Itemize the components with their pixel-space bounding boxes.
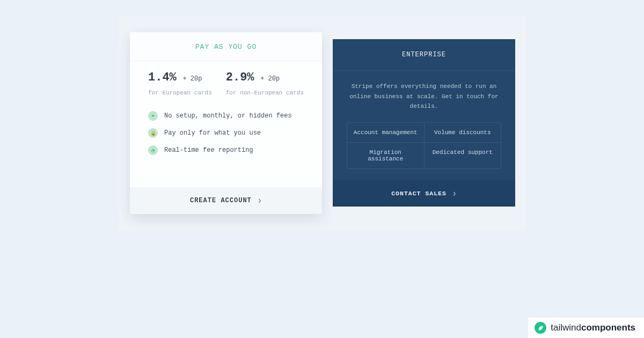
payg-prices: 1.4% + 20p for European cards 2.9% + 20p… <box>148 71 304 96</box>
grid-row: Migration assistance Dedicated support <box>347 142 501 168</box>
feature-item: 🔒 Pay only for what you use <box>148 128 304 138</box>
feature-label: Real-time fee reporting <box>164 146 253 154</box>
feature-label: No setup, monthly, or hidden fees <box>164 112 292 120</box>
grid-row: Account management Volume discounts <box>347 123 501 142</box>
grid-cell: Volume discounts <box>424 123 501 142</box>
enterprise-feature-grid: Account management Volume discounts Migr… <box>347 122 501 169</box>
pay-as-you-go-card: PAY AS YOU GO 1.4% + 20p for European ca… <box>130 32 322 214</box>
chevron-right-icon: ❯ <box>453 191 457 197</box>
feature-label: Pay only for what you use <box>164 129 261 137</box>
feature-item: ☂ No setup, monthly, or hidden fees <box>148 111 304 121</box>
pricing-stage: PAY AS YOU GO 1.4% + 20p for European ca… <box>118 16 526 231</box>
brand-word-1: tailwind <box>551 322 581 333</box>
enterprise-body: Stripe offers everything needed to run a… <box>333 71 515 180</box>
feature-item: ◔ Real-time fee reporting <box>148 145 304 155</box>
enterprise-title: ENTERPRISE <box>333 39 515 71</box>
price-noneuropean-sub: for non-European cards <box>226 90 304 96</box>
chart-icon: ◔ <box>148 145 158 155</box>
grid-cell: Migration assistance <box>347 143 424 168</box>
chevron-right-icon: ❯ <box>258 198 262 204</box>
create-account-button[interactable]: CREATE ACCOUNT ❯ <box>130 187 322 214</box>
price-noneuropean-addon: + 20p <box>260 75 280 83</box>
brand-badge[interactable]: tailwindcomponents <box>528 318 644 338</box>
price-noneuropean-rate: 2.9% <box>226 71 254 84</box>
contact-sales-button[interactable]: CONTACT SALES ❯ <box>333 180 515 207</box>
lock-icon: 🔒 <box>148 128 158 138</box>
price-european: 1.4% + 20p for European cards <box>148 71 212 96</box>
leaf-icon <box>535 322 546 334</box>
price-noneuropean: 2.9% + 20p for non-European cards <box>226 71 304 96</box>
grid-cell: Account management <box>347 123 424 142</box>
enterprise-card: ENTERPRISE Stripe offers everything need… <box>333 39 515 207</box>
price-european-sub: for European cards <box>148 90 212 96</box>
grid-cell: Dedicated support <box>424 143 501 168</box>
payg-features: ☂ No setup, monthly, or hidden fees 🔒 Pa… <box>148 111 304 155</box>
umbrella-icon: ☂ <box>148 111 158 121</box>
brand-word-2: components <box>581 322 635 333</box>
contact-sales-label: CONTACT SALES <box>391 190 447 197</box>
payg-body: 1.4% + 20p for European cards 2.9% + 20p… <box>130 61 322 187</box>
price-european-rate: 1.4% <box>148 71 177 84</box>
price-european-addon: + 20p <box>182 75 202 83</box>
payg-title: PAY AS YOU GO <box>130 32 322 61</box>
enterprise-description: Stripe offers everything needed to run a… <box>347 82 501 112</box>
create-account-label: CREATE ACCOUNT <box>190 197 252 204</box>
